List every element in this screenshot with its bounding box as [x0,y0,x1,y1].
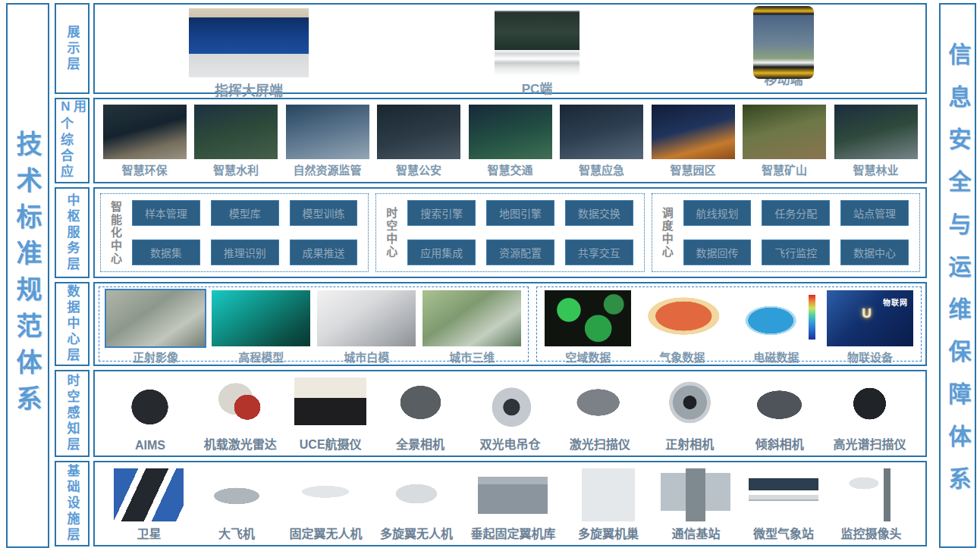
chip-map-engine[interactable]: 地图引擎 [486,200,554,226]
figure-caption: 智慧林业 [853,161,898,177]
figure-caption: 智慧交通 [487,161,532,177]
figure-caption: 高程模型 [238,349,284,365]
chip-data-exchange[interactable]: 数据交换 [565,200,633,226]
layer-perception: 时空感知层 AIMS 机载激光雷达 UCE航摄仪 全景相机 [55,370,927,457]
figure-caption: 城市白模 [344,349,389,365]
right-system-bar-title: 信息安全与运维保障体系 [941,42,975,509]
figure-smart-police: 智慧公安 [377,105,460,177]
chip-grid: 样本管理 模型库 模型训练 数据集 推理识别 成果推送 [127,197,362,268]
figure-smart-traffic: 智慧交通 [469,105,552,177]
laser-scanner-image [564,373,636,432]
layer-content-applications: 智慧环保 智慧水利 自然资源监管 智慧公安 智慧交通 [93,98,927,183]
layer-data-center: 数据中心层 正射影像 高程模型 城市白模 [55,282,927,366]
left-system-bar: 技术标准规范体系 [6,3,49,548]
layer-label-perception: 时空感知层 [55,370,90,457]
layer-label-applications: N个综合应用 [55,98,90,183]
figure-caption: 智慧矿山 [762,161,807,177]
smart-police-image [377,105,460,159]
chip-sharing-interaction[interactable]: 共享交互 [565,239,633,265]
smart-environment-image [103,105,187,159]
chip-data-center[interactable]: 数据中心 [840,239,909,265]
figure-caption: 垂起固定翼机库 [470,524,555,542]
elevation-model-image [212,290,310,346]
figure-satellite: 卫星 [114,468,184,542]
figure-caption: 空域数据 [565,349,611,365]
figure-caption: 全景相机 [396,434,444,452]
group-name: 调度中心 [661,207,673,258]
chip-model-library[interactable]: 模型库 [211,200,279,226]
chip-station-management[interactable]: 站点管理 [840,200,909,226]
chip-search-engine[interactable]: 搜索引擎 [407,200,476,226]
electromagnetic-data-image [733,290,819,346]
figure-caption: 微型气象站 [753,524,814,542]
figure-iot-devices: 物联网 U 物联设备 [827,290,913,365]
figure-smart-park: 智慧园区 [652,105,735,177]
figure-caption: 多旋翼无人机 [380,524,453,542]
architecture-diagram: 技术标准规范体系 信息安全与运维保障体系 展示层 指挥大屏端 PC端 [0,0,980,551]
iot-overlay-label: 物联网 [883,296,908,308]
layer-label-data-center: 数据中心层 [55,282,90,366]
chip-model-training[interactable]: 模型训练 [290,200,358,226]
layer-label-text: 时空感知层 [66,374,79,453]
figure-caption: 智慧应急 [579,161,624,177]
layer-content-infrastructure: 卫星 大飞机 固定翼无人机 多旋翼无人机 垂起固定翼机库 [93,461,927,546]
figure-large-aircraft: 大飞机 [202,468,272,542]
airborne-lidar-image [204,373,276,432]
chip-route-planning[interactable]: 航线规划 [683,200,752,226]
figure-smart-emergency: 智慧应急 [560,105,643,177]
surveillance-camera-image [836,468,906,521]
chip-sample-management[interactable]: 样本管理 [132,200,200,226]
figure-caption: 物联设备 [847,349,893,365]
left-system-bar-title: 技术标准规范体系 [9,130,46,421]
chip-app-integration[interactable]: 应用集成 [407,239,476,265]
figure-caption: 倾斜相机 [755,434,804,452]
layer-label-text: 基础设施层 [66,464,79,543]
figure-caption: 高光谱扫描仪 [834,434,906,452]
smart-water-image [194,105,278,159]
chip-flight-monitoring[interactable]: 飞行监控 [762,239,830,265]
group-geo-data: 正射影像 高程模型 城市白模 城市三维 [99,286,529,362]
vtol-hangar-image [478,468,548,521]
chip-data-return[interactable]: 数据回传 [683,239,752,265]
figure-vtol-hangar: 垂起固定翼机库 [470,468,555,542]
chip-dataset[interactable]: 数据集 [132,239,200,265]
oblique-camera-image [743,373,815,432]
chip-grid: 搜索引擎 地图引擎 数据交换 应用集成 资源配置 共享交互 [403,197,637,268]
airspace-data-image [545,290,631,346]
figure-caption: 正射影像 [133,349,178,365]
figure-caption: 卫星 [137,524,161,542]
figure-smart-environment: 智慧环保 [103,105,187,177]
figure-city-3d: 城市三维 [422,290,521,365]
layer-label-display: 展示层 [55,3,90,94]
figure-smart-forestry: 智慧林业 [834,105,918,177]
chip-task-assignment[interactable]: 任务分配 [762,200,830,226]
layer-label-text: 展示层 [66,25,79,73]
figure-mobile-terminal: 移动端 [753,6,814,88]
right-system-bar: 信息安全与运维保障体系 [939,3,976,548]
figure-micro-weather-station: 微型气象站 [749,468,818,542]
figure-elevation-model: 高程模型 [212,290,310,365]
layer-label-text: N个综合应用 [59,99,85,182]
layer-content-display: 指挥大屏端 PC端 移动端 [93,3,927,94]
layer-applications: N个综合应用 智慧环保 智慧水利 自然资源监管 智慧公安 [55,98,927,183]
figure-surveillance-camera: 监控摄像头 [836,468,906,542]
figure-caption: 监控摄像头 [840,524,901,542]
chip-grid: 航线规划 任务分配 站点管理 数据回传 飞行监控 数据中心 [679,197,913,268]
chip-inference-recognition[interactable]: 推理识别 [211,239,279,265]
weather-data-image [639,290,725,346]
layer-content-perception: AIMS 机载激光雷达 UCE航摄仪 全景相机 双光电吊仓 [93,370,927,457]
chip-result-push[interactable]: 成果推送 [290,239,358,265]
natural-resources-image [286,105,369,159]
figure-caption: 正射相机 [665,434,714,452]
layer-content-data-center: 正射影像 高程模型 城市白模 城市三维 [93,282,927,366]
figure-electromagnetic-data: 电磁数据 [733,290,819,365]
figure-fixed-wing-uav: 固定翼无人机 [289,468,362,542]
figure-caption: 多旋翼机巢 [578,524,639,542]
chip-resource-config[interactable]: 资源配置 [486,239,554,265]
figure-airspace-data: 空域数据 [545,290,631,365]
figure-aims: AIMS [114,377,186,452]
figure-weather-data: 气象数据 [639,290,725,365]
figure-smart-mine: 智慧矿山 [743,105,826,177]
group-dispatch-center: 调度中心 航线规划 任务分配 站点管理 数据回传 飞行监控 数据中心 [652,193,920,272]
hyperspectral-scanner-image [834,373,906,432]
